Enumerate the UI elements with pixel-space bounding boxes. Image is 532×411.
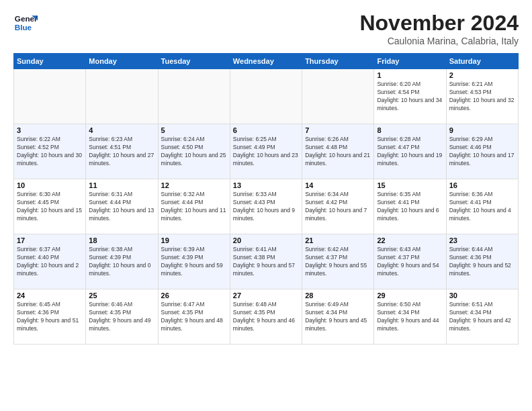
day-info: Sunrise: 6:51 AM Sunset: 4:34 PM Dayligh…: [449, 301, 515, 333]
title-block: November 2024 Caulonia Marina, Calabria,…: [359, 11, 519, 46]
day-info: Sunrise: 6:37 AM Sunset: 4:40 PM Dayligh…: [17, 246, 83, 278]
table-cell: 22Sunrise: 6:43 AM Sunset: 4:37 PM Dayli…: [374, 234, 446, 289]
day-number: 20: [233, 236, 299, 244]
table-cell: 19Sunrise: 6:39 AM Sunset: 4:39 PM Dayli…: [158, 234, 230, 289]
day-number: 7: [305, 126, 371, 134]
table-cell: 16Sunrise: 6:36 AM Sunset: 4:41 PM Dayli…: [446, 179, 518, 234]
table-cell: 1Sunrise: 6:20 AM Sunset: 4:54 PM Daylig…: [374, 69, 446, 124]
table-cell: 8Sunrise: 6:28 AM Sunset: 4:47 PM Daylig…: [374, 124, 446, 179]
day-number: 19: [161, 236, 227, 244]
calendar-row: 1Sunrise: 6:20 AM Sunset: 4:54 PM Daylig…: [14, 69, 519, 124]
day-info: Sunrise: 6:43 AM Sunset: 4:37 PM Dayligh…: [377, 246, 443, 278]
table-cell: 24Sunrise: 6:45 AM Sunset: 4:36 PM Dayli…: [14, 289, 86, 345]
day-info: Sunrise: 6:49 AM Sunset: 4:34 PM Dayligh…: [305, 301, 371, 333]
day-number: 8: [377, 126, 443, 134]
page: General Blue November 2024 Caulonia Mari…: [0, 0, 532, 411]
day-info: Sunrise: 6:21 AM Sunset: 4:53 PM Dayligh…: [449, 81, 515, 113]
table-cell: 20Sunrise: 6:41 AM Sunset: 4:38 PM Dayli…: [230, 234, 302, 289]
col-tuesday: Tuesday: [158, 54, 230, 69]
table-cell: 11Sunrise: 6:31 AM Sunset: 4:44 PM Dayli…: [86, 179, 158, 234]
table-cell: 14Sunrise: 6:34 AM Sunset: 4:42 PM Dayli…: [302, 179, 374, 234]
day-info: Sunrise: 6:23 AM Sunset: 4:51 PM Dayligh…: [89, 136, 154, 168]
day-number: 25: [89, 291, 154, 300]
day-info: Sunrise: 6:41 AM Sunset: 4:38 PM Dayligh…: [233, 246, 299, 278]
table-cell: [14, 69, 86, 124]
day-info: Sunrise: 6:32 AM Sunset: 4:44 PM Dayligh…: [161, 191, 227, 223]
table-cell: 30Sunrise: 6:51 AM Sunset: 4:34 PM Dayli…: [446, 289, 518, 345]
table-cell: 4Sunrise: 6:23 AM Sunset: 4:51 PM Daylig…: [86, 124, 158, 179]
day-info: Sunrise: 6:29 AM Sunset: 4:46 PM Dayligh…: [449, 136, 515, 168]
day-number: 28: [305, 291, 371, 300]
table-cell: 13Sunrise: 6:33 AM Sunset: 4:43 PM Dayli…: [230, 179, 302, 234]
svg-text:General: General: [15, 14, 38, 23]
day-info: Sunrise: 6:39 AM Sunset: 4:39 PM Dayligh…: [161, 246, 227, 278]
day-info: Sunrise: 6:45 AM Sunset: 4:36 PM Dayligh…: [17, 301, 83, 333]
day-number: 2: [449, 71, 515, 79]
day-number: 9: [449, 126, 515, 134]
day-number: 17: [17, 236, 83, 244]
day-number: 14: [305, 181, 371, 189]
table-cell: 9Sunrise: 6:29 AM Sunset: 4:46 PM Daylig…: [446, 124, 518, 179]
day-number: 10: [17, 181, 83, 189]
day-number: 24: [17, 291, 83, 300]
col-thursday: Thursday: [302, 54, 374, 69]
header-row: Sunday Monday Tuesday Wednesday Thursday…: [14, 54, 519, 69]
day-info: Sunrise: 6:28 AM Sunset: 4:47 PM Dayligh…: [377, 136, 443, 168]
col-monday: Monday: [86, 54, 158, 69]
day-number: 13: [233, 181, 299, 189]
day-number: 21: [305, 236, 371, 244]
day-number: 23: [449, 236, 515, 244]
col-friday: Friday: [374, 54, 446, 69]
day-info: Sunrise: 6:42 AM Sunset: 4:37 PM Dayligh…: [305, 246, 371, 278]
table-cell: 27Sunrise: 6:48 AM Sunset: 4:35 PM Dayli…: [230, 289, 302, 345]
header: General Blue November 2024 Caulonia Mari…: [13, 11, 519, 46]
day-number: 5: [161, 126, 227, 134]
table-cell: 28Sunrise: 6:49 AM Sunset: 4:34 PM Dayli…: [302, 289, 374, 345]
day-info: Sunrise: 6:48 AM Sunset: 4:35 PM Dayligh…: [233, 301, 299, 333]
day-number: 30: [449, 291, 515, 300]
table-cell: [158, 69, 230, 124]
logo-icon: General Blue: [13, 11, 38, 35]
day-info: Sunrise: 6:50 AM Sunset: 4:34 PM Dayligh…: [377, 301, 443, 333]
day-number: 27: [233, 291, 299, 300]
day-number: 6: [233, 126, 299, 134]
day-info: Sunrise: 6:30 AM Sunset: 4:45 PM Dayligh…: [17, 191, 83, 223]
day-number: 18: [89, 236, 154, 244]
day-number: 26: [161, 291, 227, 300]
table-cell: [302, 69, 374, 124]
table-cell: 23Sunrise: 6:44 AM Sunset: 4:36 PM Dayli…: [446, 234, 518, 289]
day-info: Sunrise: 6:47 AM Sunset: 4:35 PM Dayligh…: [161, 301, 227, 333]
day-number: 15: [377, 181, 443, 189]
day-info: Sunrise: 6:25 AM Sunset: 4:49 PM Dayligh…: [233, 136, 299, 168]
col-wednesday: Wednesday: [230, 54, 302, 69]
day-number: 11: [89, 181, 154, 189]
table-cell: 26Sunrise: 6:47 AM Sunset: 4:35 PM Dayli…: [158, 289, 230, 345]
day-info: Sunrise: 6:34 AM Sunset: 4:42 PM Dayligh…: [305, 191, 371, 223]
day-number: 16: [449, 181, 515, 189]
day-info: Sunrise: 6:24 AM Sunset: 4:50 PM Dayligh…: [161, 136, 227, 168]
table-cell: 7Sunrise: 6:26 AM Sunset: 4:48 PM Daylig…: [302, 124, 374, 179]
calendar-row: 3Sunrise: 6:22 AM Sunset: 4:52 PM Daylig…: [14, 124, 519, 179]
table-cell: [230, 69, 302, 124]
location-subtitle: Caulonia Marina, Calabria, Italy: [359, 36, 519, 46]
day-info: Sunrise: 6:46 AM Sunset: 4:35 PM Dayligh…: [89, 301, 154, 333]
day-number: 12: [161, 181, 227, 189]
table-cell: 17Sunrise: 6:37 AM Sunset: 4:40 PM Dayli…: [14, 234, 86, 289]
day-info: Sunrise: 6:35 AM Sunset: 4:41 PM Dayligh…: [377, 191, 443, 223]
svg-text:Blue: Blue: [15, 23, 32, 32]
col-sunday: Sunday: [14, 54, 86, 69]
day-info: Sunrise: 6:22 AM Sunset: 4:52 PM Dayligh…: [17, 136, 83, 168]
logo: General Blue: [13, 11, 38, 35]
day-info: Sunrise: 6:20 AM Sunset: 4:54 PM Dayligh…: [377, 81, 443, 113]
day-number: 22: [377, 236, 443, 244]
table-cell: 15Sunrise: 6:35 AM Sunset: 4:41 PM Dayli…: [374, 179, 446, 234]
col-saturday: Saturday: [446, 54, 518, 69]
day-number: 1: [377, 71, 443, 79]
table-cell: 6Sunrise: 6:25 AM Sunset: 4:49 PM Daylig…: [230, 124, 302, 179]
day-number: 3: [17, 126, 83, 134]
month-title: November 2024: [359, 11, 519, 36]
day-info: Sunrise: 6:31 AM Sunset: 4:44 PM Dayligh…: [89, 191, 154, 223]
table-cell: 29Sunrise: 6:50 AM Sunset: 4:34 PM Dayli…: [374, 289, 446, 345]
day-info: Sunrise: 6:33 AM Sunset: 4:43 PM Dayligh…: [233, 191, 299, 223]
day-info: Sunrise: 6:36 AM Sunset: 4:41 PM Dayligh…: [449, 191, 515, 223]
